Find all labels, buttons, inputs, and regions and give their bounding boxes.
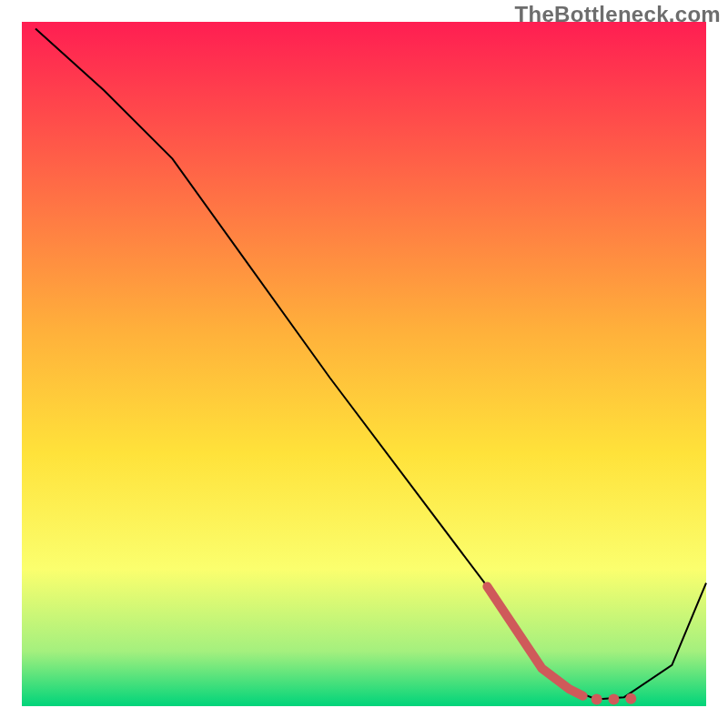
watermark-text: TheBottleneck.com — [515, 2, 721, 27]
highlight-dot — [592, 694, 602, 705]
highlight-dot — [625, 693, 636, 704]
plot-area — [22, 22, 706, 706]
highlight-dots — [592, 693, 637, 705]
bottleneck-chart: TheBottleneck.com — [0, 0, 728, 728]
chart-svg — [0, 0, 728, 728]
highlight-dot — [609, 694, 620, 705]
